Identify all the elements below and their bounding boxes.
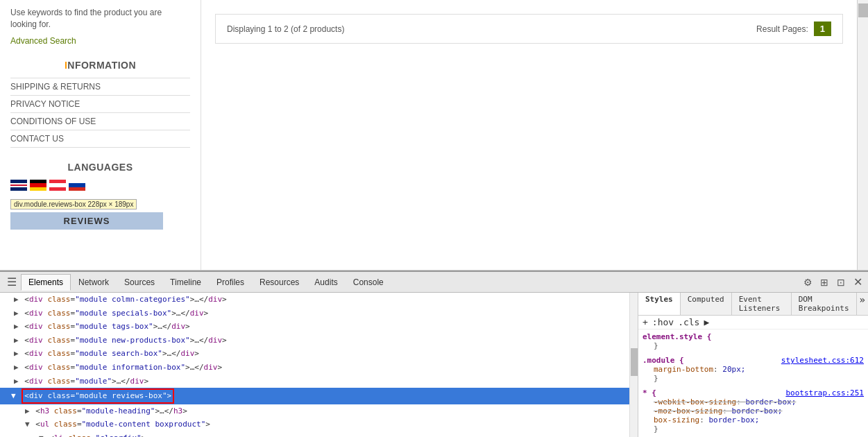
style-selector-module: .module { [643,356,684,365]
info-heading-rest: NFORMATION [67,60,136,71]
advanced-search-link[interactable]: Advanced Search [10,36,190,46]
tab-audits[interactable]: Audits [307,274,345,291]
dom-line-2[interactable]: ▶ <div class="module specials-box">…</di… [0,307,638,320]
tooltip-box: div.module.reviews-box 228px × 189px [10,199,137,209]
shipping-returns-link[interactable]: SHIPPING & RETURNS [10,82,101,92]
contact-link[interactable]: CONTACT US [10,134,64,144]
dom-line-8-selected[interactable]: ▼ <div class="module reviews-box"> [0,388,638,404]
flag-at[interactable] [49,180,66,191]
add-style-icon[interactable]: + [643,317,648,327]
styles-tab-event-listeners[interactable]: Event Listeners [732,293,792,315]
styles-tab-styles[interactable]: Styles [638,293,681,315]
flag-ru[interactable] [69,180,85,191]
dom-panel-scrollbar-thumb[interactable] [631,348,638,376]
style-rule-module: .module { stylesheet.css:612 margin-bott… [643,356,864,383]
dom-line-9[interactable]: ▶ <h3 class="module-heading">…</h3> [0,404,638,418]
classes-icon[interactable]: .cls [678,317,699,327]
flag-de[interactable] [30,180,46,191]
tab-network[interactable]: Network [71,274,117,291]
sidebar: Use keywords to find the product you are… [0,0,201,270]
keyword-text: Use keywords to find the product you are… [10,7,190,31]
privacy-notice-link[interactable]: PRIVACY NOTICE [10,99,80,109]
devtools-inspect-icon[interactable]: ⚙ [801,275,815,289]
devtools-panel: ☰ Elements Network Sources Timeline Prof… [0,271,868,437]
languages-heading: LANGUAGES [10,162,190,173]
style-prop-box-sizing: box-sizing: border-box; [643,415,864,425]
style-source-module[interactable]: stylesheet.css:612 [781,356,864,365]
main-scrollbar[interactable] [857,0,868,270]
scrollbar-thumb[interactable] [858,3,868,17]
dom-line-4[interactable]: ▶ <div class="module new-products-box">…… [0,334,638,348]
style-prop-margin-bottom: margin-bottom: 20px; [643,365,864,374]
styles-content: element.style { } .module { stylesheet.c… [638,329,868,437]
style-source-star[interactable]: bootstrap.css:251 [785,388,864,397]
dom-line-1[interactable]: ▶ <div class="module colmn-categories">…… [0,293,638,307]
devtools-right-icons: ⚙ ⊞ ⊡ ✕ [801,275,865,289]
styles-toolbar: + :hov .cls ▶ [638,316,868,329]
list-item-shipping[interactable]: SHIPPING & RETURNS [10,78,190,95]
style-prop-moz-box-sizing: -moz-box-sizing: border-box; [643,406,864,415]
list-item-contact[interactable]: CONTACT US [10,130,190,148]
tab-sources[interactable]: Sources [117,274,162,291]
tab-profiles[interactable]: Profiles [209,274,252,291]
devtools-dock-icon[interactable]: ⊡ [834,275,848,289]
devtools-body: ▶ <div class="module colmn-categories">…… [0,293,868,437]
result-bar: Displaying 1 to 2 (of 2 products) Result… [215,14,843,44]
result-pages: Result Pages: 1 [756,22,831,36]
information-heading: INFORMATION [10,60,190,71]
main-content: Displaying 1 to 2 (of 2 products) Result… [201,0,857,270]
devtools-close-button[interactable]: ✕ [851,275,865,289]
dom-line-5[interactable]: ▶ <div class="module search-box">…</div> [0,347,638,361]
information-links: SHIPPING & RETURNS PRIVACY NOTICE CONDIT… [10,78,190,148]
dom-line-3[interactable]: ▶ <div class="module tags-box">…</div> [0,320,638,334]
tab-elements[interactable]: Elements [21,274,71,291]
style-selector-star: * { [643,388,656,397]
element-state-icon[interactable]: :hov [652,317,674,327]
result-pages-label: Result Pages: [756,24,808,34]
styles-panel-more-icon[interactable]: » [857,293,868,315]
conditions-link[interactable]: CONDITIONS OF USE [10,117,96,126]
list-item-conditions[interactable]: CONDITIONS OF USE [10,112,190,130]
devtools-menu-icon[interactable]: ☰ [3,275,21,289]
dom-line-7[interactable]: ▶ <div class="module">…</div> [0,375,638,388]
play-animations-icon[interactable]: ▶ [704,317,709,327]
dom-panel-scrollbar[interactable] [629,293,638,437]
tab-resources[interactable]: Resources [252,274,307,291]
devtools-tabs-bar: ☰ Elements Network Sources Timeline Prof… [0,272,868,293]
style-rule-star: * { bootstrap.css:251 -webkit-box-sizing… [643,388,864,434]
list-item-privacy[interactable]: PRIVACY NOTICE [10,95,190,112]
style-selector-element: element.style { [643,332,711,341]
dom-line-10[interactable]: ▼ <ul class="module-content boxproduct"> [0,418,638,431]
styles-panel: Styles Computed Event Listeners DOM Brea… [638,293,868,437]
dom-panel: ▶ <div class="module colmn-categories">…… [0,293,638,437]
tab-timeline[interactable]: Timeline [162,274,209,291]
reviews-button[interactable]: REVIEWS [10,212,163,230]
styles-panel-tabs: Styles Computed Event Listeners DOM Brea… [638,293,868,316]
page-1-button[interactable]: 1 [814,22,831,36]
style-close-module: } [643,374,658,383]
style-close-element: } [643,341,658,350]
language-flags [10,180,190,191]
style-rule-element: element.style { } [643,332,864,350]
styles-tab-computed[interactable]: Computed [681,293,732,315]
flag-uk[interactable] [10,180,27,191]
dom-line-6[interactable]: ▶ <div class="module information-box">…<… [0,361,638,375]
style-prop-webkit-box-sizing: -webkit-box-sizing: border-box; [643,397,864,406]
styles-tab-dom-breakpoints[interactable]: DOM Breakpoints [792,293,857,315]
result-text: Displaying 1 to 2 (of 2 products) [227,24,344,34]
tab-console[interactable]: Console [346,274,391,291]
style-close-star: } [643,425,658,434]
dom-line-11[interactable]: ▼ <li class="clearfix"> [0,431,638,437]
devtools-layout-icon[interactable]: ⊞ [817,275,831,289]
